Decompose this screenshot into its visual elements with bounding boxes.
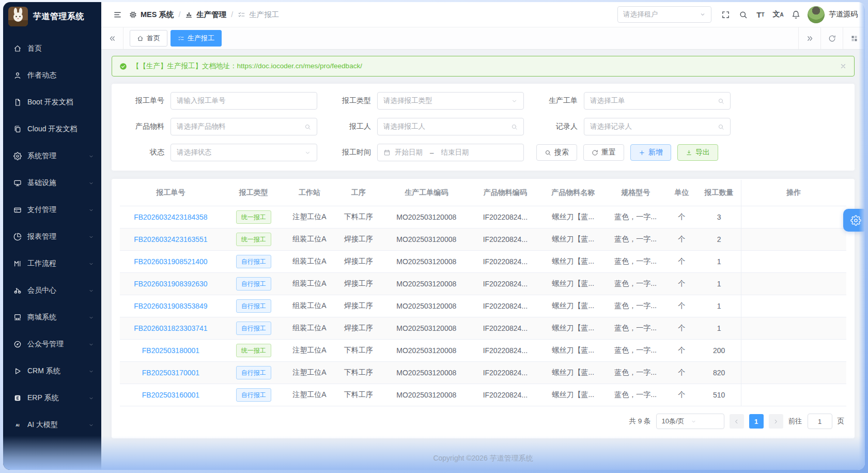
search-button[interactable]: 搜索 <box>536 144 577 161</box>
sidebar-item-erp[interactable]: ERP 系统 <box>3 385 101 411</box>
mo-code-cell: MO202503120008 <box>383 340 469 362</box>
user-name[interactable]: 芋道源码 <box>829 10 858 19</box>
search-icon <box>718 98 724 104</box>
spec-cell: 蓝色，一字... <box>605 295 666 317</box>
sidebar-item-label: 支付管理 <box>27 205 56 215</box>
material-code-cell: IF20220824... <box>469 362 541 384</box>
font-size-icon[interactable]: TT <box>752 6 769 23</box>
sidebar-item-pay[interactable]: 支付管理 <box>3 196 101 223</box>
order-no-link[interactable]: FB202503170001 <box>142 369 199 377</box>
sidebar-item-crm[interactable]: CRM 系统 <box>3 358 101 385</box>
search-icon <box>511 124 518 130</box>
page-1-button[interactable]: 1 <box>749 414 764 429</box>
mo-code-cell: MO202503120008 <box>383 228 469 251</box>
alert-close-icon[interactable] <box>840 63 847 70</box>
flow-icon <box>13 260 22 268</box>
filter-field: 产品物料请选择产品物料 <box>121 118 328 135</box>
search-select-input[interactable]: 请选择记录人 <box>584 118 731 135</box>
select-input[interactable]: 请选择报工类型 <box>377 92 524 110</box>
order-no-link[interactable]: FB2026031908353849 <box>134 302 207 310</box>
mo-code-cell: MO202503120008 <box>383 384 469 406</box>
plus-button[interactable]: 新增 <box>630 144 671 161</box>
date-range-input[interactable]: 开始日期–结束日期 <box>377 144 524 161</box>
sidebar-collapse-icon[interactable] <box>109 6 126 23</box>
filter-field: 状态请选择状态 <box>121 144 328 161</box>
material-name-cell: 螺丝刀【蓝... <box>541 206 605 228</box>
order-no-link[interactable]: FB2026031908392630 <box>134 280 207 288</box>
order-no-link[interactable]: FB202503180001 <box>142 346 199 355</box>
select-input[interactable]: 请选择状态 <box>171 144 317 161</box>
sidebar-item-mall[interactable]: 商城系统 <box>3 304 101 331</box>
breadcrumb: MES 系统/生产管理/生产报工 <box>129 10 279 20</box>
settings-gear-button[interactable] <box>843 209 865 232</box>
tenant-select[interactable]: 请选择租户 <box>617 6 711 23</box>
order-no-link[interactable]: FB202503160001 <box>142 391 199 399</box>
sidebar-item-mp[interactable]: 公众号管理 <box>3 331 101 358</box>
tab-生产报工[interactable]: 生产报工 <box>171 30 222 47</box>
sidebar-item-flow[interactable]: 工作流程 <box>3 250 101 277</box>
prev-page-button[interactable] <box>730 414 744 429</box>
breadcrumb-item[interactable]: 生产管理 <box>185 10 226 20</box>
sidebar-item-label: 系统管理 <box>27 151 56 161</box>
tabs-scroll-left-icon[interactable] <box>101 27 123 49</box>
process-cell: 焊接工序 <box>333 228 383 251</box>
sidebar-item-user[interactable]: 作者动态 <box>3 62 101 89</box>
tabs-scroll-right-icon[interactable] <box>798 27 820 49</box>
page-size-select[interactable]: 10条/页 <box>656 414 724 429</box>
app-logo[interactable]: 芋道管理系统 <box>3 2 101 31</box>
search-select-input[interactable]: 请选择产品物料 <box>171 118 317 135</box>
translate-icon[interactable]: 文A <box>769 6 787 23</box>
sidebar-item-label: 商城系统 <box>27 313 56 322</box>
report-icon <box>13 233 22 241</box>
sidebar-item-doc[interactable]: Boot 开发文档 <box>3 89 101 116</box>
tab-layout-grid-icon[interactable] <box>843 27 865 49</box>
goto-page-input[interactable]: 1 <box>808 414 832 429</box>
text-input[interactable]: 请输入报工单号 <box>171 92 317 110</box>
tab-refresh-icon[interactable] <box>820 27 843 49</box>
material-code-cell: IF20220824... <box>469 384 541 406</box>
breadcrumb-item[interactable]: 生产报工 <box>238 10 279 20</box>
order-no-link[interactable]: FB2026032423184358 <box>134 213 207 221</box>
column-header: 规格型号 <box>605 180 666 206</box>
search-select-input[interactable]: 请选择报工人 <box>377 118 524 135</box>
sidebar-item-label: Boot 开发文档 <box>27 98 73 107</box>
chevron-down-icon <box>691 419 720 424</box>
sidebar-item-gear[interactable]: 系统管理 <box>3 143 101 170</box>
type-tag: 自行报工 <box>236 322 271 335</box>
chevron-down-icon <box>88 422 94 428</box>
sidebar-item-ai[interactable]: AIAI 大模型 <box>3 411 101 438</box>
notification-bell-icon[interactable] <box>787 6 804 23</box>
user-avatar[interactable] <box>808 6 825 23</box>
fullscreen-icon[interactable] <box>717 6 734 23</box>
chevron-down-icon <box>88 180 94 186</box>
sidebar-item-home[interactable]: 首页 <box>3 35 101 62</box>
sidebar-item-label: 作者动态 <box>27 71 56 80</box>
sidebar-item-docs[interactable]: Cloud 开发文档 <box>3 116 101 143</box>
refresh-button[interactable]: 重置 <box>583 144 624 161</box>
next-page-button[interactable] <box>769 414 783 429</box>
unit-cell: 个 <box>666 273 697 295</box>
order-no-link[interactable]: FB2026031823303741 <box>134 324 207 332</box>
order-no-link[interactable]: FB2026032423163551 <box>134 235 207 243</box>
sidebar-item-infra[interactable]: 基础设施 <box>3 170 101 196</box>
mo-code-cell: MO202503120008 <box>383 251 469 273</box>
breadcrumb-item[interactable]: MES 系统 <box>129 10 174 20</box>
data-table-card: 报工单号报工类型工作站工序生产工单编码产品物料编码产品物料名称规格型号单位报工数… <box>112 179 855 438</box>
column-header: 单位 <box>666 180 697 206</box>
download-button[interactable]: 导出 <box>677 144 718 161</box>
order-no-link[interactable]: FB2026031908521400 <box>134 257 207 266</box>
search-select-input[interactable]: 请选择工单 <box>584 92 731 110</box>
actions-cell <box>741 273 846 295</box>
type-tag: 自行报工 <box>236 255 271 268</box>
filter-form: 报工单号请输入报工单号报工类型请选择报工类型生产工单请选择工单产品物料请选择产品… <box>112 84 855 171</box>
tasks-icon <box>178 35 184 42</box>
search-icon[interactable] <box>734 6 752 23</box>
sidebar-item-report[interactable]: 报表管理 <box>3 223 101 250</box>
process-cell: 焊接工序 <box>333 273 383 295</box>
tab-首页[interactable]: 首页 <box>130 30 167 47</box>
sidebar-item-member[interactable]: 会员中心 <box>3 277 101 304</box>
breadcrumb-separator: / <box>231 10 233 19</box>
spec-cell: 蓝色，一字... <box>605 384 666 406</box>
tenant-select-placeholder: 请选择租户 <box>623 10 700 19</box>
chevron-down-icon <box>88 342 94 347</box>
